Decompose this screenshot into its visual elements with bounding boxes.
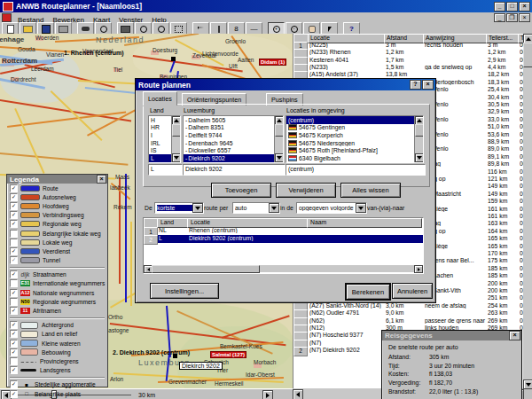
scale-right-button[interactable] [262, 390, 273, 399]
listbox-item[interactable]: (centrum) [286, 116, 423, 124]
listbox-item[interactable]: - Deiffelt 9744 [184, 131, 283, 139]
reis-close-button[interactable]: × [509, 331, 520, 340]
checkbox[interactable]: ✓ [10, 289, 18, 297]
vscroll-thumb[interactable] [523, 43, 532, 67]
via-table-row[interactable]: 1NLRhenen (centrum) [144, 227, 423, 235]
legend-area-item[interactable]: ✓Bebouwing [7, 348, 107, 356]
plaats-listbox[interactable]: - Dalheim 5605- Dalhem 8351- Deiffelt 97… [183, 115, 284, 163]
legend-place-item[interactable]: ✓■Stedelijke agglomeratie [7, 380, 107, 389]
route-panel-vscrollbar[interactable] [523, 34, 532, 388]
dropdown-arrow-icon[interactable] [356, 203, 366, 213]
berekenen-button[interactable]: Berekenen [345, 283, 391, 301]
mdi-restore-button[interactable]: ❐ [506, 13, 518, 22]
mdi-minimize-button[interactable]: _ [494, 13, 505, 22]
checkbox[interactable]: ✓ [10, 340, 18, 348]
dialog-help-button[interactable]: ? [410, 80, 421, 90]
legend-title-bar[interactable]: Legenda × [7, 175, 107, 184]
checkbox[interactable]: ✓ [10, 348, 18, 356]
route-table-row[interactable]: (N233) Rhenen1,2 km1,2 km00:01 [293, 49, 524, 56]
checkbox[interactable]: ✓ [10, 184, 18, 192]
checkbox[interactable]: ✓ [10, 193, 18, 201]
scroll-thumb[interactable] [172, 124, 181, 137]
mdi-child-icon[interactable] [2, 13, 12, 22]
land-listbox[interactable]: HHRIIRLISL [148, 115, 181, 163]
checkbox[interactable] [10, 230, 18, 238]
route-table-row[interactable]: (N62) Oudler 47919,0 km263 km02:43 [293, 309, 524, 317]
dropdown-arrow-icon[interactable] [192, 203, 203, 213]
omgeving-listbox[interactable]: (centrum)54675 Gentingen54675 Korperich5… [286, 115, 424, 163]
checkbox[interactable]: ✓ [10, 202, 18, 210]
legend-name-item[interactable]: ✓11Afritnamen [7, 306, 107, 315]
legend-area-item[interactable]: ✓Kleine wateren [7, 339, 107, 348]
legend-road-item[interactable]: ✓Verbindingsweg [7, 211, 107, 220]
listbox-item[interactable]: 54675 Gentingen [286, 124, 423, 132]
dialog-close-button[interactable]: × [422, 80, 434, 90]
legend-name-item[interactable]: N50Regionale wegnummers [7, 297, 107, 306]
dropdown-arrow-icon[interactable] [269, 203, 279, 213]
legend-road-item[interactable]: ✓Route [7, 184, 107, 192]
checkbox[interactable] [10, 279, 18, 287]
hscroll-thumb[interactable] [152, 265, 260, 273]
checkbox[interactable]: ✓ [10, 270, 18, 278]
vehicle-combobox[interactable]: auto [232, 202, 280, 214]
scroll-thumb[interactable] [415, 124, 424, 137]
legend-road-item[interactable]: Belangrijke lokale weg [7, 229, 107, 238]
checkbox[interactable] [10, 239, 18, 246]
toevoegen-button[interactable]: Toevoegen [211, 183, 271, 198]
via-table-hscrollbar[interactable] [144, 265, 421, 272]
alles-wissen-button[interactable]: Alles wissen [340, 183, 401, 198]
legend-road-item[interactable]: ✓Hoofdweg [7, 201, 107, 210]
legend-name-item[interactable]: ✓A12Nationale wegnummers [7, 288, 107, 297]
checkbox[interactable]: ✓ [10, 330, 18, 338]
legend-area-item[interactable]: ✓Achtergrond [7, 321, 107, 330]
route-table-row[interactable]: (N233)1,5 kmga de snelweg op4,4 km00:05 [293, 64, 524, 71]
checkbox[interactable]: ✓ [10, 256, 18, 264]
instellingen-button[interactable]: Instellingen... [150, 283, 219, 299]
checkbox[interactable]: ✓ [10, 366, 18, 374]
legend-road-item[interactable]: ✓Regionale weg [7, 220, 107, 229]
annuleren-button[interactable]: Annuleren [392, 283, 433, 299]
reis-title-bar[interactable]: Reisgegevens × [382, 331, 521, 340]
legend-area-item[interactable]: ✓Landsgrens [7, 366, 107, 375]
legend-road-item[interactable]: ✓Tunnel [7, 256, 107, 265]
listbox-item[interactable]: - Dickweiler 6557 [184, 146, 283, 154]
listbox-scrollbar[interactable] [171, 116, 180, 162]
listbox-scrollbar[interactable] [274, 116, 283, 162]
dialog-title-bar[interactable]: Route plannen ? × [136, 79, 435, 90]
route-table-row[interactable]: (N62)6,1 kmpasseer de grens naar Lux...2… [293, 317, 524, 325]
scroll-down-button[interactable] [415, 153, 424, 162]
route-table-row[interactable]: Kesteren 40411,7 km2,9 km00:03 [293, 57, 524, 64]
close-button[interactable]: × [519, 2, 530, 12]
checkbox[interactable] [10, 298, 18, 306]
listbox-scrollbar[interactable] [414, 116, 423, 162]
legend-name-item[interactable]: E31Internationale wegnummers [7, 279, 107, 288]
checkbox[interactable]: ✓ [10, 380, 18, 388]
omgeving-input[interactable]: (centrum) [286, 164, 426, 176]
volgorde-combobox[interactable]: opgegeven volgorde [296, 202, 367, 214]
listbox-item[interactable]: - Diekirch 9202 [184, 154, 283, 162]
verwijderen-button[interactable]: Verwijderen [276, 183, 336, 198]
legend-road-item[interactable]: Lokale weg [7, 238, 107, 246]
maximize-button[interactable]: □ [506, 2, 518, 12]
mdi-close-button[interactable]: × [519, 13, 530, 22]
checkbox[interactable]: ✓ [10, 211, 18, 219]
listbox-item[interactable]: 54675 Korperich [286, 131, 423, 139]
scroll-thumb[interactable] [275, 124, 284, 137]
legend-road-item[interactable]: ✓Autosnelweg [7, 192, 107, 201]
listbox-item[interactable]: 54675 Niedersgegen [286, 139, 423, 147]
checkbox[interactable]: ✓ [10, 307, 18, 315]
checkbox[interactable]: ✓ [10, 390, 18, 398]
hscroll-left-button[interactable] [293, 389, 303, 399]
route-table-row[interactable]: (A27) Sankt-Vith-Nord (14)3,0 kmneem de … [293, 302, 524, 309]
legend-road-item[interactable]: ✓Veerdienst [7, 246, 107, 255]
checkbox[interactable]: ✓ [10, 247, 18, 255]
checkbox[interactable]: ✓ [10, 220, 18, 228]
plaats-input[interactable]: Diekirch 9202 [183, 164, 286, 176]
listbox-item[interactable]: - Derenbach 9645 [184, 139, 283, 147]
legend-name-item[interactable]: ✓dijkStraatnamen [7, 270, 107, 279]
legend-close-button[interactable]: × [97, 175, 106, 184]
checkbox[interactable]: ✓ [10, 321, 18, 329]
scroll-down-button[interactable] [172, 153, 181, 162]
scroll-down-button[interactable] [275, 153, 284, 162]
route-table-row[interactable]: 1(N225)3 mrechts houden3 m00:00 [293, 42, 524, 49]
